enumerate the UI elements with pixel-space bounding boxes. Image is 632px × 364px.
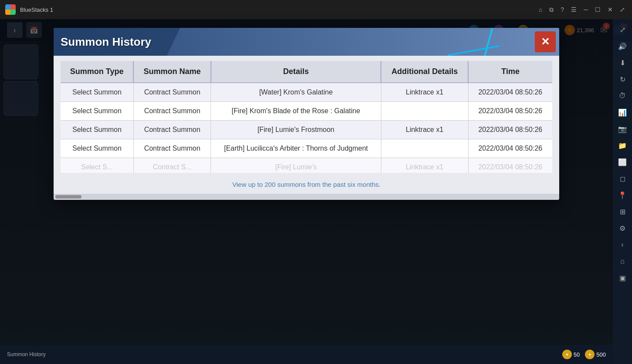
cell-summon-type-partial: Select S... (61, 158, 133, 173)
col-header-time: Time (468, 61, 552, 83)
cell-details-partial: [Fire] Lumie's (211, 158, 381, 173)
bottom-bar: Summon History ✦ 50 ✦ 500 (0, 345, 613, 364)
sidebar-volume-icon[interactable]: 🔊 (615, 39, 629, 53)
bluestacks-topbar: BlueStacks 1 ⌂ ⧉ ? ☰ ─ ☐ ✕ ⤢ (0, 0, 632, 19)
sidebar-download-icon[interactable]: ⬇ (615, 56, 629, 70)
coin-icon-2: ✦ (585, 350, 595, 359)
cell-details-2: [Fire] Krom's Blade of the Rose : Galati… (211, 102, 381, 121)
coin-icon-1: ✦ (562, 350, 572, 359)
cell-details-4: [Earth] Lucilicca's Arbiter : Thorns of … (211, 139, 381, 158)
sidebar-folder-icon[interactable]: 📁 (615, 138, 629, 152)
footer-note: View up to 200 summons from the past six… (232, 181, 381, 188)
cell-additional-1: Linktrace x1 (381, 83, 468, 102)
summon-history-table: Summon Type Summon Name Details Addition… (61, 61, 552, 173)
modal-title-area: Summon History (54, 28, 151, 56)
sidebar-gear-icon[interactable]: ⚙ (615, 221, 629, 235)
sidebar-clock-icon[interactable]: ⏱ (615, 89, 629, 103)
cell-summon-name-partial: Contract S... (133, 158, 211, 173)
cell-time-4: 2022/03/04 08:50:26 (468, 139, 552, 158)
bluestacks-title: BlueStacks 1 (20, 7, 53, 13)
cell-summon-type-4: Select Summon (61, 139, 133, 158)
sidebar-pin-icon[interactable]: 📍 (615, 188, 629, 202)
table-row: Select Summon Contract Summon [Fire] Kro… (61, 102, 552, 121)
cell-time-1: 2022/03/04 08:50:26 (468, 83, 552, 102)
cell-summon-name-2: Contract Summon (133, 102, 211, 121)
expand-icon[interactable]: ⤢ (618, 4, 627, 15)
close-topbar-icon[interactable]: ✕ (606, 4, 615, 15)
sidebar-refresh-icon[interactable]: ↻ (615, 72, 629, 86)
modal-header: Summon History ✕ (54, 28, 559, 56)
restore-icon[interactable]: ☐ (593, 4, 602, 15)
sidebar-tablet-icon[interactable]: ⬜ (615, 155, 629, 169)
col-header-additional-details: Additional Details (381, 61, 468, 83)
cell-summon-name-1: Contract Summon (133, 83, 211, 102)
modal-scrollbar[interactable] (54, 194, 559, 200)
cell-time-2: 2022/03/04 08:50:26 (468, 102, 552, 121)
topbar-icons: ⌂ ⧉ ? ☰ ─ ☐ ✕ ⤢ (537, 4, 627, 15)
summon-history-modal: Summon History ✕ Summon Type Summon Name… (54, 28, 559, 200)
table-header-row: Summon Type Summon Name Details Addition… (61, 61, 552, 83)
cell-additional-4 (381, 139, 468, 158)
cell-time-3: 2022/03/04 08:50:26 (468, 121, 552, 139)
cell-additional-partial: Linktrace x1 (381, 158, 468, 173)
cell-summon-type-2: Select Summon (61, 102, 133, 121)
sidebar-camera-icon[interactable]: 📷 (615, 122, 629, 136)
sidebar-barchart-icon[interactable]: 📊 (615, 105, 629, 119)
cell-time-partial: 2022/03/04 08:50:26 (468, 158, 552, 173)
scrollbar-thumb[interactable] (55, 195, 82, 199)
bottom-summon-history-label: Summon History (7, 351, 46, 357)
modal-footer: View up to 200 summons from the past six… (54, 176, 559, 194)
sidebar-layers-icon[interactable]: ⊞ (615, 205, 629, 219)
col-header-details: Details (211, 61, 381, 83)
sidebar-terminal-icon[interactable]: ▣ (615, 271, 629, 285)
modal-body: Summon Type Summon Name Details Addition… (54, 56, 559, 176)
sidebar-eraser-icon[interactable]: ◻ (615, 172, 629, 185)
cell-summon-name-4: Contract Summon (133, 139, 211, 158)
cell-details-1: [Water] Krom's Galatine (211, 83, 381, 102)
cell-details-3: [Fire] Lumie's Frostmoon (211, 121, 381, 139)
col-header-summon-name: Summon Name (133, 61, 211, 83)
table-row: Select Summon Contract Summon [Fire] Lum… (61, 121, 552, 139)
cell-additional-2 (381, 102, 468, 121)
bluestacks-logo (5, 4, 16, 15)
cell-summon-type-3: Select Summon (61, 121, 133, 139)
table-row: Select Summon Contract Summon [Earth] Lu… (61, 139, 552, 158)
right-sidebar: ⤢ 🔊 ⬇ ↻ ⏱ 📊 📷 📁 ⬜ ◻ 📍 ⊞ ⚙ ‹ ⌂ ▣ (613, 19, 632, 364)
help-icon[interactable]: ? (559, 4, 566, 15)
modal-overlay: Summon History ✕ Summon Type Summon Name… (0, 19, 613, 364)
home-icon[interactable]: ⌂ (537, 4, 544, 15)
cell-summon-type-1: Select Summon (61, 83, 133, 102)
sidebar-chevron-left-icon[interactable]: ‹ (615, 238, 629, 252)
coin-display-2: ✦ 500 (585, 350, 606, 359)
modal-close-button[interactable]: ✕ (535, 31, 556, 52)
copy-icon[interactable]: ⧉ (547, 4, 555, 15)
sidebar-home-icon[interactable]: ⌂ (615, 254, 629, 268)
col-header-summon-type: Summon Type (61, 61, 133, 83)
cell-additional-3: Linktrace x1 (381, 121, 468, 139)
sidebar-expand-icon[interactable]: ⤢ (615, 23, 629, 37)
coin-value-1: 50 (574, 351, 580, 358)
table-row-partial: Select S... Contract S... [Fire] Lumie's… (61, 158, 552, 173)
coin-display-1: ✦ 50 (562, 350, 580, 359)
menu-icon[interactable]: ☰ (569, 4, 578, 15)
coin-value-2: 500 (596, 351, 606, 358)
modal-title: Summon History (61, 35, 151, 49)
table-row: Select Summon Contract Summon [Water] Kr… (61, 83, 552, 102)
minimize-icon[interactable]: ─ (582, 4, 590, 15)
cell-summon-name-3: Contract Summon (133, 121, 211, 139)
